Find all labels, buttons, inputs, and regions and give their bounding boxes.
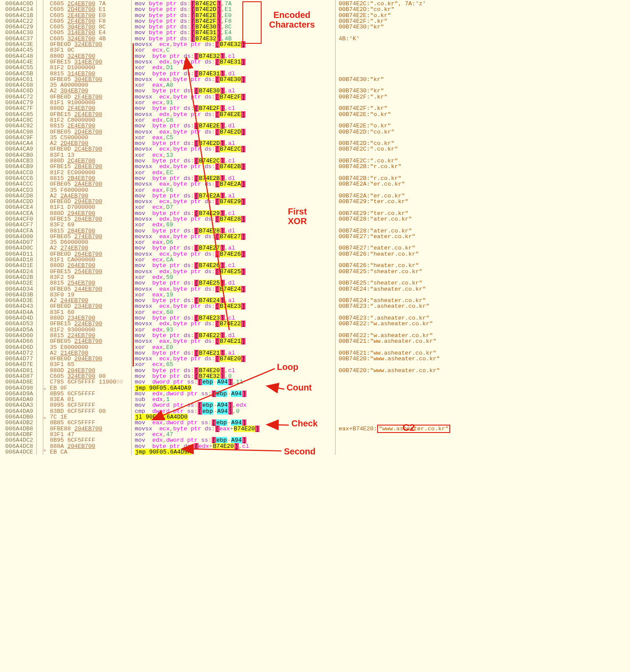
- disasm-row[interactable]: 006A4D3EA2 244EB700mov byte ptr ds:[B74E…: [0, 298, 455, 303]
- disasm-row[interactable]: 006A4CEA880D 294EB700mov byte ptr ds:[B7…: [0, 211, 455, 216]
- disasm-row[interactable]: 006A4C1BC605 2E4EB700 E0mov byte ptr ds:…: [0, 13, 455, 18]
- disasm-row[interactable]: 006A4D5A81F2 93000000xor edx,93: [0, 327, 455, 333]
- ann-firstxor: FirstXOR: [288, 207, 307, 226]
- disasm-row[interactable]: 006A4D9A8B95 6CF5FFFFmov edx,dword ptr s…: [0, 391, 455, 397]
- disasm-row[interactable]: 006A4CC68815 2B4EB700mov byte ptr ds:[B7…: [0, 176, 455, 181]
- ann-loop: Loop: [277, 364, 298, 370]
- disasm-row[interactable]: 006A4CF783F2 69xor edx,69: [0, 222, 455, 228]
- disasm-row[interactable]: 006A4D8EC785 6CF5FFFF 1100000mov dword p…: [0, 379, 455, 385]
- disasm-row[interactable]: 006A4D770FBE0D 204EB700movsx ecx,byte pt…: [0, 356, 455, 362]
- disasm-row[interactable]: 006A4C4E0FBE15 314EB700movsx edx,byte pt…: [0, 59, 455, 65]
- disasm-row[interactable]: ⌄006A4DB07C 1Ejl 90F05.6A4DD0: [0, 414, 455, 420]
- disasm-row[interactable]: 006A4D72A2 214EB700mov byte ptr ds:[B74E…: [0, 350, 455, 356]
- disasm-row[interactable]: 006A4CB3880D 2C4EB700mov byte ptr ds:[B7…: [0, 158, 455, 164]
- disasm-row[interactable]: 006A4C29C605 304EB700 8Cmov byte ptr ds:…: [0, 24, 455, 30]
- disasm-row[interactable]: 006A4CCC0FBE05 2A4EB700movsx eax,byte pt…: [0, 181, 455, 187]
- disasm-row[interactable]: 006A4C22C605 2F4EB700 F8mov byte ptr ds:…: [0, 18, 455, 24]
- first-xor-bar: [133, 43, 134, 366]
- disasm-row[interactable]: 006A4CB083F1 13xor ecx,13: [0, 152, 455, 158]
- disasm-row[interactable]: 006A4C6DA2 304EB700mov byte ptr ds:[B74E…: [0, 88, 455, 94]
- disasm-row[interactable]: 006A4C37C605 324EB700 4Bmov byte ptr ds:…: [0, 36, 455, 42]
- ann-check: Check: [291, 421, 318, 426]
- disasm-row[interactable]: 006A4C6835 A0000000xor eax,A0: [0, 82, 455, 88]
- disasm-row[interactable]: 006A4DA38995 6CF5FFFFmov dword ptr ss:[e…: [0, 402, 455, 408]
- disasm-row[interactable]: 006A4CDD0FBE0D 294EB700movsx ecx,byte pt…: [0, 199, 455, 204]
- disasm-row[interactable]: 006A4C928815 2E4EB700mov byte ptr ds:[B7…: [0, 123, 455, 129]
- disasm-row[interactable]: 006A4D530FBE15 224EB700movsx edx,byte pt…: [0, 321, 455, 327]
- disasm-row[interactable]: 006A4CD8A2 2A4EB700mov byte ptr ds:[B74E…: [0, 193, 455, 199]
- disasm-row[interactable]: 006A4C720FBE0D 2F4EB700movsx ecx,byte pt…: [0, 94, 455, 100]
- disasm-row[interactable]: 006A4D430FBE0D 234EB700movsx ecx,byte pt…: [0, 303, 455, 309]
- disasm-row[interactable]: 006A4C5581F2 D1000000xor edx,D1: [0, 65, 455, 70]
- disasm-row[interactable]: 006A4D660FBE05 214EB700movsx eax,byte pt…: [0, 338, 455, 344]
- disasm-row[interactable]: 006A4D0CA2 274EB700mov byte ptr ds:[B74E…: [0, 245, 455, 251]
- disasm-row[interactable]: 006A4D1E880D 264EB700mov byte ptr ds:[B7…: [0, 263, 455, 268]
- disasm-row[interactable]: ⌃006A4DCEEB CAjmp 90F05.6A4D9A: [0, 449, 455, 455]
- disasm-row[interactable]: 006A4D81880D 204EB700mov byte ptr ds:[B7…: [0, 368, 455, 373]
- disasm-row[interactable]: 006A4D4D880D 234EB700mov byte ptr ds:[B7…: [0, 315, 455, 321]
- disasm-row[interactable]: 006A4C5B8815 314EB700mov byte ptr ds:[B7…: [0, 71, 455, 77]
- disasm-row[interactable]: 006A4D3B83F0 19xor eax,19: [0, 292, 455, 298]
- disasm-row[interactable]: 006A4DB80FBE88 204EB700movsx ecx,byte pt…: [0, 426, 455, 432]
- disasm-row[interactable]: 006A4C4583F1 0Cxor ecx,C: [0, 47, 455, 53]
- disasm-row[interactable]: 006A4D0735 D6000000xor eax,D6: [0, 239, 455, 245]
- disasm-row[interactable]: 006A4C0DC605 2C4EB700 7Amov byte ptr ds:…: [0, 1, 455, 7]
- disasm-row[interactable]: 006A4D4A83F1 60xor ecx,60: [0, 310, 455, 315]
- disasm-row[interactable]: 006A4DC28B95 6CF5FFFFmov edx,dword ptr s…: [0, 437, 455, 443]
- disasm-row[interactable]: 006A4CA90FBE0D 2C4EB700movsx ecx,byte pt…: [0, 146, 455, 152]
- disasm-row[interactable]: 006A4D608815 224EB700mov byte ptr ds:[B7…: [0, 333, 455, 338]
- disasm-row[interactable]: 006A4D240FBE15 254EB700movsx edx,byte pt…: [0, 269, 455, 274]
- disasm-row[interactable]: 006A4CD335 F6000000xor eax,F6: [0, 187, 455, 193]
- disasm-row[interactable]: 006A4D87C605 324EB700 00mov byte ptr ds:…: [0, 373, 455, 379]
- disasm-row[interactable]: 006A4D1881F1 CA000000xor ecx,CA: [0, 257, 455, 263]
- disasm-row[interactable]: 006A4D6D35 E0000000xor eax,E0: [0, 345, 455, 350]
- disasm-row[interactable]: 006A4DA083EA 01sub edx,1: [0, 397, 455, 402]
- disasm-row[interactable]: 006A4C30C605 314EB700 E4mov byte ptr ds:…: [0, 30, 455, 35]
- disasm-row[interactable]: 006A4D2B83F2 59xor edx,59: [0, 274, 455, 280]
- disasm-row[interactable]: ⌄006A4D98EB 0Fjmp 90F05.6A4DA9: [0, 385, 455, 391]
- disasm-row[interactable]: 006A4C9F35 C5000000xor eax,C5: [0, 135, 455, 141]
- disasm-row[interactable]: 006A4D2E8815 254EB700mov byte ptr ds:[B7…: [0, 280, 455, 286]
- disasm-row[interactable]: 006A4D7E83F1 65xor ecx,65: [0, 362, 455, 367]
- encoded-box: [242, 1, 262, 44]
- disasm-row[interactable]: 006A4CB90FBE15 2B4EB700movsx edx,byte pt…: [0, 164, 455, 169]
- disasm-row[interactable]: 006A4C14C605 2D4EB700 E1mov byte ptr ds:…: [0, 7, 455, 12]
- disassembly-listing[interactable]: 006A4C0DC605 2C4EB700 7Amov byte ptr ds:…: [0, 1, 455, 455]
- disasm-row[interactable]: 006A4DA983BD 6CF5FFFF 00cmp dword ptr ss…: [0, 408, 455, 414]
- disasm-row[interactable]: 006A4D110FBE0D 264EB700movsx ecx,byte pt…: [0, 251, 455, 257]
- ann-secondxor: SecondXOR: [284, 447, 315, 455]
- ann-c2: C2: [402, 425, 415, 430]
- disasm-row[interactable]: 006A4DBF83F1 47xor ecx,47: [0, 432, 455, 437]
- disasm-row[interactable]: 006A4C7981F1 91000000xor ecx,91: [0, 100, 455, 106]
- disasm-row[interactable]: 006A4CFA8815 284EB700mov byte ptr ds:[B7…: [0, 228, 455, 234]
- disasm-row[interactable]: 006A4CE481F1 D7000000xor ecx,D7: [0, 204, 455, 210]
- disasm-row[interactable]: 006A4CC081F2 EC000000xor edx,EC: [0, 170, 455, 176]
- disasm-row[interactable]: 006A4C850FBE15 2E4EB700movsx edx,byte pt…: [0, 112, 455, 117]
- disasm-row[interactable]: 006A4C980FBE05 2D4EB700movsx eax,byte pt…: [0, 129, 455, 135]
- disasm-row[interactable]: 006A4D340FBE05 244EB700movsx eax,byte pt…: [0, 286, 455, 292]
- disasm-row[interactable]: 006A4C48880D 324EB700mov byte ptr ds:[B7…: [0, 53, 455, 59]
- ann-encoded: EncodedCharacters: [269, 10, 315, 29]
- disasm-row[interactable]: 006A4CF00FBE15 284EB700movsx edx,byte pt…: [0, 216, 455, 222]
- disasm-row[interactable]: 006A4C8C81F2 C8000000xor edx,C8: [0, 117, 455, 123]
- disasm-row[interactable]: 006A4CA4A2 2D4EB700mov byte ptr ds:[B74E…: [0, 141, 455, 146]
- disasm-row[interactable]: 006A4C3E0FBE0D 324EB700movsx ecx,byte pt…: [0, 42, 455, 47]
- disasm-row[interactable]: 006A4DC8888A 204EB700mov byte ptr ds:[ed…: [0, 443, 455, 449]
- disasm-row[interactable]: 006A4C7F880D 2F4EB700mov byte ptr ds:[B7…: [0, 106, 455, 111]
- ann-count: Count: [287, 385, 312, 391]
- disasm-row[interactable]: 006A4D000FBE05 274EB700movsx eax,byte pt…: [0, 234, 455, 239]
- disasm-row[interactable]: 006A4C610FBE05 304EB700movsx eax,byte pt…: [0, 77, 455, 82]
